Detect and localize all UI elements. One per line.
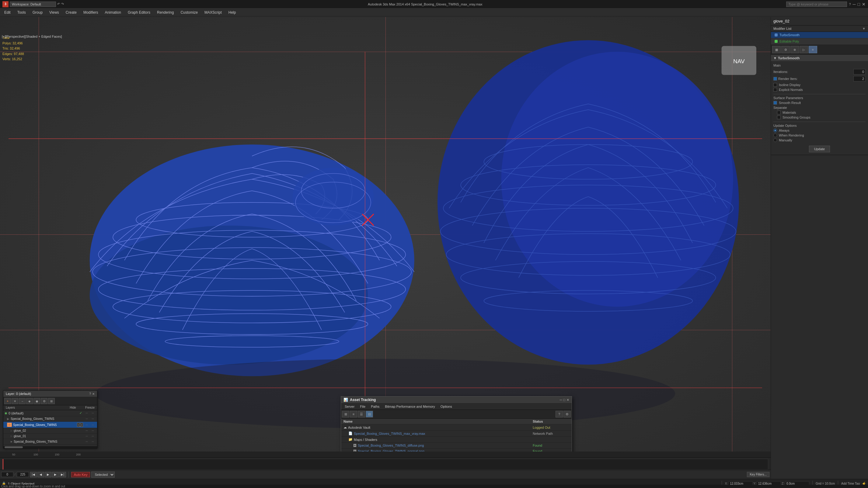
layer-freeze-g01[interactable]: ─ (90, 434, 96, 438)
workspace-selector[interactable] (10, 2, 56, 7)
layers-add-selected-icon[interactable]: → (19, 398, 26, 404)
asset-tb-settings[interactable]: ⚙ (563, 411, 571, 418)
layer-row-default[interactable]: ◉ 0 (default) ✓ ─ ─ (3, 410, 97, 416)
layer-freeze-twins1[interactable]: ─ (90, 417, 96, 421)
layers-close-icon[interactable]: ✕ (92, 392, 95, 396)
render-iters-input[interactable] (854, 76, 866, 82)
viewport[interactable]: NAV Total Polys: 32,496 Tris: 32,496 Edg… (0, 17, 771, 452)
close-icon[interactable]: ✕ (862, 2, 866, 7)
maximize-icon[interactable]: □ (858, 2, 860, 7)
menu-create[interactable]: Create (63, 9, 80, 15)
layers-scrollbar-thumb[interactable] (5, 446, 23, 448)
menu-animation[interactable]: Animation (102, 9, 124, 15)
modifier-list-dropdown-icon[interactable]: ▼ (862, 27, 866, 30)
menu-modifiers[interactable]: Modifiers (80, 9, 101, 15)
layer-hide-g01[interactable]: ─ (84, 434, 90, 438)
layer-hide-twins1[interactable]: ─ (84, 417, 90, 421)
asset-maximize-icon[interactable]: □ (563, 398, 565, 402)
layer-obj-toggle[interactable]: ◯ (77, 423, 83, 427)
asset-row-maxfile[interactable]: 📄 Special_Boxing_Gloves_TWINS_max_vray.m… (341, 430, 572, 436)
asset-minimize-icon[interactable]: ─ (560, 398, 562, 402)
menu-maxscript[interactable]: MAXScript (202, 9, 225, 15)
asset-tb-icons[interactable]: ⊟ (366, 411, 373, 418)
layers-settings-icon[interactable]: ⚙ (41, 398, 48, 404)
asset-tb-list[interactable]: ≡ (350, 411, 357, 418)
prev-frame-btn[interactable]: ◀ (37, 472, 44, 477)
layer-row-twins-selected[interactable]: Special_Boxing_Gloves_TWINS ◯ ─ ─ (3, 422, 97, 428)
manually-radio[interactable] (773, 138, 777, 142)
asset-close-icon[interactable]: ✕ (566, 398, 569, 402)
go-to-start-btn[interactable]: |◀ (30, 472, 37, 477)
always-radio[interactable] (773, 129, 777, 132)
search-input[interactable] (786, 2, 847, 7)
asset-tb-detail[interactable]: ☰ (358, 411, 365, 418)
layer-hide-g02[interactable]: ─ (84, 429, 90, 432)
asset-row-diffuse[interactable]: 🖼 Special_Boxing_Gloves_TWINS_diffuse.pn… (341, 443, 572, 449)
panel-icon-motion[interactable]: ▷ (800, 46, 808, 53)
smooth-result-checkbox[interactable] (773, 101, 777, 105)
modifier-turbosmooth[interactable]: TurboSmooth (771, 32, 868, 38)
frame-total-input[interactable] (17, 472, 29, 477)
asset-menu-server[interactable]: Server (342, 404, 357, 409)
isoline-checkbox[interactable] (773, 83, 777, 87)
layer-row-glove02[interactable]: ▷ glove_02 ─ ─ (3, 428, 97, 433)
asset-menu-paths[interactable]: Paths (368, 404, 382, 409)
layer-freeze-default[interactable]: ─ (90, 411, 96, 415)
layers-scrollbar[interactable] (3, 446, 97, 448)
layers-highlight-icon[interactable]: ◉ (33, 398, 40, 404)
asset-row-vault[interactable]: ☁ Autodesk Vault Logged Out (341, 424, 572, 430)
layer-row-glove01[interactable]: ▷ glove_01 ─ ─ (3, 433, 97, 439)
panel-icon-utilities[interactable]: ≡ (809, 46, 817, 53)
layers-new-icon[interactable]: + (4, 398, 11, 404)
smoothing-groups-checkbox[interactable] (777, 116, 781, 119)
layers-merge-icon[interactable]: ⊞ (48, 398, 55, 404)
modifier-editable-poly[interactable]: Editable Poly (771, 38, 868, 45)
render-iters-checkbox[interactable] (773, 77, 777, 80)
update-button[interactable]: Update (809, 145, 830, 152)
asset-tb-help[interactable]: ? (556, 411, 563, 418)
panel-icon-modify[interactable]: ⚙ (781, 46, 790, 53)
undo-icon[interactable]: ↶ (57, 2, 60, 6)
menu-customize[interactable]: Customize (177, 9, 201, 15)
auto-key-button[interactable]: Auto Key (71, 472, 90, 477)
materials-checkbox[interactable] (777, 111, 781, 114)
menu-help[interactable]: Help (225, 9, 239, 15)
layer-freeze-twins-sel[interactable]: ─ (90, 423, 96, 427)
next-frame-btn[interactable]: ▶ (52, 472, 59, 477)
layer-row-twins-child[interactable]: ▶ Special_Boxing_Gloves_TWINS ─ ─ (3, 439, 97, 445)
menu-edit[interactable]: Edit (1, 9, 14, 15)
asset-row-maps[interactable]: 📁 Maps / Shaders (341, 436, 572, 443)
turbosmooth-header[interactable]: ▼ TurboSmooth (771, 55, 868, 61)
asset-tb-new[interactable]: ⊞ (342, 411, 349, 418)
explicit-normals-checkbox[interactable] (773, 88, 777, 92)
frame-current-input[interactable] (1, 472, 13, 477)
asset-menu-bitmap[interactable]: Bitmap Performance and Memory (382, 404, 437, 409)
panel-icon-hierarchy[interactable]: ⊕ (790, 46, 799, 53)
help-icon[interactable]: ? (849, 2, 851, 6)
menu-tools[interactable]: Tools (14, 9, 29, 15)
layer-freeze-g02[interactable]: ─ (90, 429, 96, 432)
asset-menu-file[interactable]: File (358, 404, 368, 409)
when-rendering-radio[interactable] (773, 133, 777, 137)
menu-group[interactable]: Group (30, 9, 45, 15)
minimize-icon[interactable]: ─ (853, 2, 856, 7)
layers-help-icon[interactable]: ? (89, 392, 91, 396)
menu-graph-editors[interactable]: Graph Editors (125, 9, 153, 15)
menu-views[interactable]: Views (46, 9, 62, 15)
selected-dropdown[interactable]: Selected (91, 471, 115, 478)
redo-icon[interactable]: ↷ (61, 2, 64, 6)
play-btn[interactable]: ▶ (45, 472, 52, 477)
layer-freeze-tc[interactable]: ─ (90, 440, 96, 443)
layers-delete-icon[interactable]: ✕ (11, 398, 18, 404)
layer-hide-twins-sel[interactable]: ─ (84, 423, 90, 427)
go-to-end-btn[interactable]: ▶| (59, 472, 66, 477)
key-filters-button[interactable]: Key Filters... (747, 472, 769, 477)
panel-icon-display[interactable]: ▦ (772, 46, 781, 53)
layer-hide-default[interactable]: ─ (84, 411, 90, 415)
layer-row-twins1[interactable]: ▶ Special_Boxing_Gloves_TWINS ─ ─ (3, 416, 97, 422)
timeline-track[interactable] (2, 459, 768, 470)
layer-hide-tc[interactable]: ─ (84, 440, 90, 443)
menu-rendering[interactable]: Rendering (154, 9, 177, 15)
layers-select-objs-icon[interactable]: ◈ (26, 398, 33, 404)
iterations-input[interactable] (854, 69, 866, 74)
